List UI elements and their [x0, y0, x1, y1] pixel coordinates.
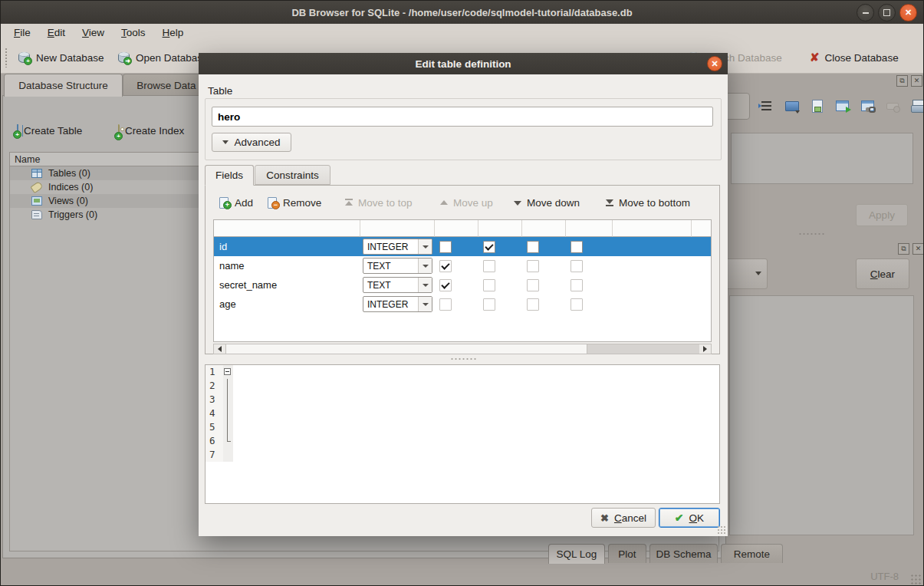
maximize-button[interactable]: [878, 4, 896, 21]
default-cell[interactable]: [613, 295, 692, 314]
new-database-button[interactable]: + New Database: [18, 41, 104, 74]
sql-log-area[interactable]: [729, 295, 914, 535]
autoincrement-checkbox[interactable]: [527, 241, 539, 253]
primary-key-checkbox[interactable]: [483, 298, 495, 311]
unique-checkbox[interactable]: [571, 279, 583, 291]
unique-checkbox[interactable]: [571, 298, 583, 311]
column-header[interactable]: [522, 220, 566, 237]
column-header[interactable]: [214, 220, 360, 237]
create-index-button[interactable]: + Create Index: [118, 125, 184, 137]
column-header[interactable]: [435, 220, 478, 237]
dialog-titlebar[interactable]: Edit table definition: [199, 53, 728, 74]
type-combobox[interactable]: INTEGER: [363, 239, 432, 255]
dialog-close-button[interactable]: ✕: [707, 56, 722, 71]
unique-checkbox[interactable]: [571, 260, 583, 272]
dock-toolbar-icon[interactable]: [885, 99, 902, 114]
bottom-dock-tab[interactable]: DB Schema: [649, 544, 718, 563]
tab-database-structure[interactable]: Database Structure: [4, 74, 123, 97]
fold-marker[interactable]: [223, 448, 233, 462]
not-null-checkbox[interactable]: [439, 279, 452, 291]
dialog-resize-grip[interactable]: [717, 525, 726, 535]
default-cell[interactable]: [613, 275, 692, 295]
bottom-dock-tab[interactable]: Remote: [721, 544, 783, 563]
advanced-toggle-button[interactable]: Advanced: [212, 133, 291, 152]
field-row[interactable]: age INTEGER: [214, 295, 711, 314]
tab-browse-data[interactable]: Browse Data: [123, 74, 210, 96]
field-action-button[interactable]: Move up: [439, 193, 493, 212]
column-header[interactable]: [692, 220, 711, 237]
close-button[interactable]: ✕: [899, 4, 917, 21]
encoding-indicator[interactable]: UTF-8: [870, 571, 899, 582]
default-cell[interactable]: [613, 237, 692, 256]
horizontal-scrollbar[interactable]: [213, 344, 712, 354]
primary-key-checkbox[interactable]: [483, 241, 495, 253]
dock-toolbar-icon[interactable]: [784, 99, 801, 114]
sql-preview-editor[interactable]: 1 2 3 4 5: [205, 364, 720, 504]
fold-marker[interactable]: [223, 420, 233, 434]
dock-toolbar-icon[interactable]: [834, 99, 851, 114]
open-database-button[interactable]: ➜ Open Database: [117, 41, 209, 74]
primary-key-checkbox[interactable]: [483, 260, 495, 272]
fold-marker[interactable]: [223, 434, 233, 448]
field-action-button[interactable]: Remove: [268, 193, 321, 212]
unique-checkbox[interactable]: [571, 241, 583, 253]
type-combobox[interactable]: INTEGER: [363, 296, 432, 312]
check-cell[interactable]: [692, 237, 711, 256]
dock-splitter-handle[interactable]: [798, 232, 824, 235]
dock-toolbar-icon[interactable]: [910, 99, 924, 114]
check-cell[interactable]: [692, 275, 711, 295]
window-titlebar[interactable]: DB Browser for SQLite - /home/user/code/…: [1, 1, 923, 24]
autoincrement-checkbox[interactable]: [527, 298, 539, 311]
field-name-cell[interactable]: name: [214, 256, 360, 275]
fold-marker[interactable]: [223, 393, 233, 407]
clear-log-button[interactable]: Clear: [856, 258, 909, 289]
create-table-button[interactable]: + Create Table: [17, 125, 82, 137]
toolbar-grip[interactable]: [5, 48, 8, 67]
field-name-cell[interactable]: secret_name: [214, 275, 360, 295]
fold-marker[interactable]: [223, 407, 233, 420]
column-header[interactable]: [360, 220, 435, 237]
bottom-dock-tab[interactable]: SQL Log: [548, 544, 605, 564]
column-header[interactable]: [566, 220, 613, 237]
tab-constraints[interactable]: Constraints: [255, 165, 330, 185]
field-row[interactable]: secret_name TEXT: [214, 275, 711, 295]
bottom-dock-tab[interactable]: Plot: [608, 544, 646, 563]
dock-float-icon[interactable]: ⧉: [896, 75, 908, 87]
dialog-splitter-handle[interactable]: [450, 357, 476, 360]
column-header[interactable]: [613, 220, 692, 237]
not-null-checkbox[interactable]: [439, 260, 452, 272]
scrollbar-handle[interactable]: [225, 344, 587, 354]
check-cell[interactable]: [692, 256, 711, 275]
primary-key-checkbox[interactable]: [483, 279, 495, 291]
menu-item[interactable]: Edit: [39, 25, 74, 41]
menu-item[interactable]: Tools: [113, 25, 154, 41]
autoincrement-checkbox[interactable]: [527, 279, 539, 291]
field-row[interactable]: id INTEGER: [214, 237, 711, 256]
tab-fields[interactable]: Fields: [205, 165, 254, 186]
close-database-button[interactable]: ✘ Close Database: [810, 41, 899, 74]
column-header[interactable]: [478, 220, 522, 237]
type-combobox[interactable]: TEXT: [363, 258, 432, 274]
field-action-button[interactable]: Add: [219, 193, 253, 212]
cancel-button[interactable]: ✖ Cancel: [591, 508, 656, 528]
minimize-button[interactable]: [857, 4, 874, 21]
type-combobox[interactable]: TEXT: [363, 277, 432, 293]
fold-marker[interactable]: [223, 365, 233, 379]
check-cell[interactable]: [692, 295, 711, 314]
dock-close-icon[interactable]: ✕: [912, 243, 924, 255]
fold-marker[interactable]: [223, 379, 233, 393]
field-name-cell[interactable]: id: [214, 237, 360, 256]
default-cell[interactable]: [613, 256, 692, 275]
field-action-button[interactable]: Move to bottom: [605, 193, 690, 212]
menu-item[interactable]: Help: [154, 25, 192, 41]
table-name-input[interactable]: hero: [212, 107, 713, 127]
dock-toolbar-icon[interactable]: [860, 99, 876, 114]
menu-item[interactable]: File: [5, 25, 39, 41]
dock-toolbar-icon[interactable]: [809, 99, 826, 114]
field-name-cell[interactable]: age: [214, 295, 360, 314]
ok-button[interactable]: ✔ OK: [659, 508, 720, 528]
menu-item[interactable]: View: [74, 25, 113, 41]
cell-editor-area[interactable]: [731, 133, 913, 184]
resize-grip[interactable]: [910, 574, 921, 584]
dock-close-icon[interactable]: ✕: [911, 75, 922, 87]
